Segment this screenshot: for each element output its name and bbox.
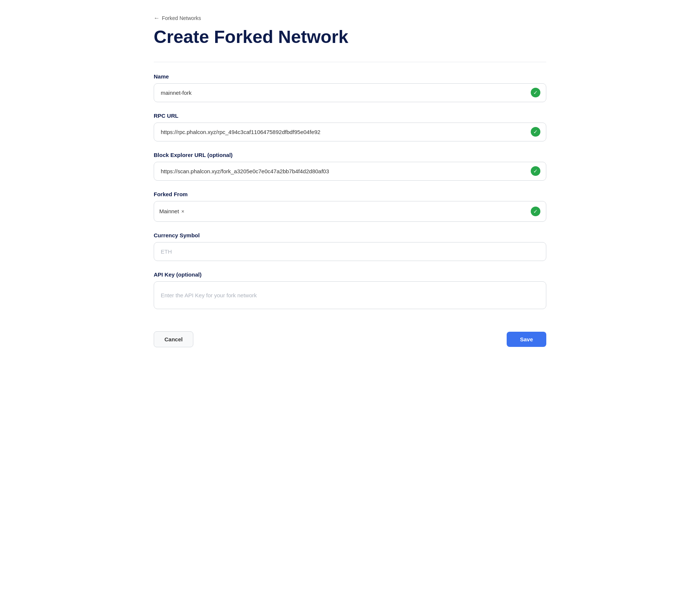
forked-from-field-group: Forked From Mainnet × ✓	[154, 191, 546, 222]
block-explorer-url-label: Block Explorer URL (optional)	[154, 152, 546, 158]
block-explorer-url-field-group: Block Explorer URL (optional) ✓	[154, 152, 546, 181]
rpc-url-label: RPC URL	[154, 113, 546, 119]
currency-symbol-input-wrapper	[154, 242, 546, 261]
forked-from-input-wrapper: Mainnet × ✓	[154, 201, 546, 222]
forked-from-tag-input[interactable]: Mainnet ×	[154, 201, 546, 222]
cancel-button[interactable]: Cancel	[154, 331, 193, 347]
currency-symbol-field-group: Currency Symbol	[154, 232, 546, 261]
save-button[interactable]: Save	[507, 332, 546, 347]
currency-symbol-label: Currency Symbol	[154, 232, 546, 238]
forked-from-label: Forked From	[154, 191, 546, 197]
name-field-group: Name ✓	[154, 73, 546, 102]
api-key-label: API Key (optional)	[154, 271, 546, 278]
divider	[154, 62, 546, 62]
block-explorer-url-input-wrapper: ✓	[154, 162, 546, 181]
rpc-url-input-wrapper: ✓	[154, 123, 546, 141]
name-input[interactable]	[154, 83, 546, 102]
forked-from-tag: Mainnet ×	[159, 208, 184, 214]
back-link-label: Forked Networks	[162, 15, 201, 21]
api-key-input[interactable]	[154, 281, 546, 309]
back-arrow-icon: ←	[154, 15, 160, 21]
name-label: Name	[154, 73, 546, 80]
name-input-wrapper: ✓	[154, 83, 546, 102]
currency-symbol-input[interactable]	[154, 242, 546, 261]
api-key-input-wrapper	[154, 281, 546, 309]
page-title: Create Forked Network	[154, 27, 546, 47]
forked-from-valid-icon: ✓	[531, 207, 540, 216]
rpc-url-input[interactable]	[154, 123, 546, 141]
block-explorer-url-input[interactable]	[154, 162, 546, 181]
forked-from-tag-remove[interactable]: ×	[181, 208, 184, 214]
footer-buttons: Cancel Save	[154, 324, 546, 347]
back-link[interactable]: ← Forked Networks	[154, 15, 546, 21]
rpc-url-field-group: RPC URL ✓	[154, 113, 546, 141]
api-key-field-group: API Key (optional)	[154, 271, 546, 309]
forked-from-tag-value: Mainnet	[159, 208, 179, 214]
